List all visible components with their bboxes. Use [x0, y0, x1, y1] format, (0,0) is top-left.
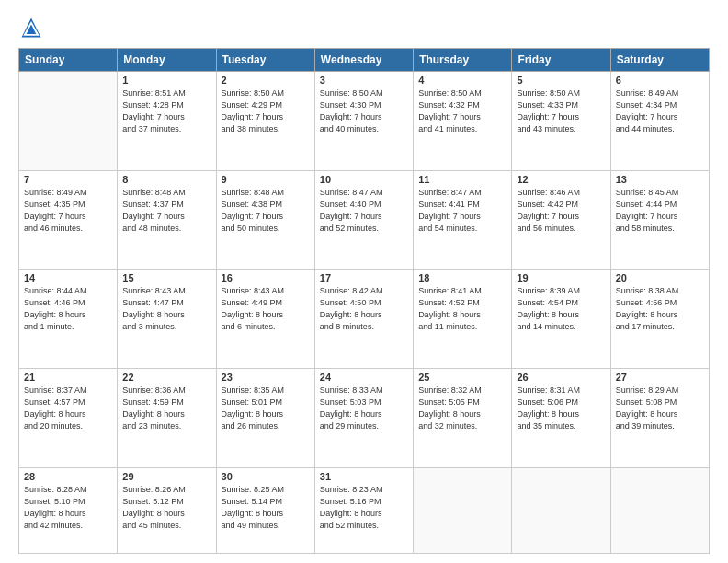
calendar-cell: 27Sunrise: 8:29 AM Sunset: 5:08 PM Dayli…	[610, 368, 709, 467]
page: SundayMondayTuesdayWednesdayThursdayFrid…	[0, 0, 728, 563]
day-info: Sunrise: 8:44 AM Sunset: 4:46 PM Dayligh…	[24, 285, 112, 333]
day-info: Sunrise: 8:32 AM Sunset: 5:05 PM Dayligh…	[418, 385, 506, 432]
day-number: 16	[222, 272, 310, 283]
day-number: 17	[320, 272, 408, 283]
calendar-cell: 11Sunrise: 8:47 AM Sunset: 4:41 PM Dayli…	[414, 170, 512, 270]
day-info: Sunrise: 8:48 AM Sunset: 4:37 PM Dayligh…	[122, 187, 210, 235]
weekday-header: Monday	[118, 49, 216, 72]
calendar-cell: 19Sunrise: 8:39 AM Sunset: 4:54 PM Dayli…	[512, 270, 610, 369]
calendar-table: SundayMondayTuesdayWednesdayThursdayFrid…	[18, 48, 710, 554]
calendar-cell: 8Sunrise: 8:48 AM Sunset: 4:37 PM Daylig…	[118, 170, 216, 270]
day-info: Sunrise: 8:37 AM Sunset: 4:57 PM Dayligh…	[24, 385, 112, 432]
calendar-week: 7Sunrise: 8:49 AM Sunset: 4:35 PM Daylig…	[19, 170, 710, 270]
calendar-cell: 13Sunrise: 8:45 AM Sunset: 4:44 PM Dayli…	[610, 170, 709, 270]
day-info: Sunrise: 8:49 AM Sunset: 4:35 PM Dayligh…	[24, 187, 112, 235]
weekday-header: Wednesday	[314, 49, 413, 72]
calendar-cell: 22Sunrise: 8:36 AM Sunset: 4:59 PM Dayli…	[118, 368, 216, 467]
day-info: Sunrise: 8:36 AM Sunset: 4:59 PM Dayligh…	[122, 385, 210, 432]
calendar-week: 14Sunrise: 8:44 AM Sunset: 4:46 PM Dayli…	[19, 270, 710, 369]
day-info: Sunrise: 8:39 AM Sunset: 4:54 PM Dayligh…	[517, 285, 605, 333]
calendar-cell: 6Sunrise: 8:49 AM Sunset: 4:34 PM Daylig…	[610, 72, 709, 171]
day-number: 30	[222, 471, 310, 482]
calendar-cell: 1Sunrise: 8:51 AM Sunset: 4:28 PM Daylig…	[118, 72, 216, 171]
calendar-cell: 14Sunrise: 8:44 AM Sunset: 4:46 PM Dayli…	[19, 270, 118, 369]
calendar-cell: 9Sunrise: 8:48 AM Sunset: 4:38 PM Daylig…	[216, 170, 314, 270]
day-number: 31	[320, 471, 408, 482]
day-number: 3	[320, 75, 408, 86]
calendar-week: 21Sunrise: 8:37 AM Sunset: 4:57 PM Dayli…	[19, 368, 710, 467]
calendar-cell: 23Sunrise: 8:35 AM Sunset: 5:01 PM Dayli…	[216, 368, 314, 467]
calendar-cell: 18Sunrise: 8:41 AM Sunset: 4:52 PM Dayli…	[414, 270, 512, 369]
calendar-cell: 25Sunrise: 8:32 AM Sunset: 5:05 PM Dayli…	[414, 368, 512, 467]
weekday-header: Thursday	[414, 49, 512, 72]
day-info: Sunrise: 8:29 AM Sunset: 5:08 PM Dayligh…	[616, 385, 704, 432]
day-number: 21	[24, 372, 112, 383]
day-number: 10	[320, 174, 408, 185]
day-info: Sunrise: 8:43 AM Sunset: 4:49 PM Dayligh…	[222, 285, 310, 333]
weekday-header: Sunday	[19, 49, 118, 72]
calendar-cell: 16Sunrise: 8:43 AM Sunset: 4:49 PM Dayli…	[216, 270, 314, 369]
day-info: Sunrise: 8:35 AM Sunset: 5:01 PM Dayligh…	[222, 385, 310, 432]
calendar-cell: 15Sunrise: 8:43 AM Sunset: 4:47 PM Dayli…	[118, 270, 216, 369]
day-number: 13	[616, 174, 704, 185]
day-info: Sunrise: 8:50 AM Sunset: 4:33 PM Dayligh…	[517, 87, 605, 135]
day-info: Sunrise: 8:51 AM Sunset: 4:28 PM Dayligh…	[122, 87, 210, 135]
calendar-cell: 20Sunrise: 8:38 AM Sunset: 4:56 PM Dayli…	[610, 270, 709, 369]
calendar-cell	[19, 72, 118, 171]
day-number: 28	[24, 471, 112, 482]
day-info: Sunrise: 8:28 AM Sunset: 5:10 PM Dayligh…	[24, 484, 112, 532]
day-info: Sunrise: 8:42 AM Sunset: 4:50 PM Dayligh…	[320, 285, 408, 333]
calendar-cell: 29Sunrise: 8:26 AM Sunset: 5:12 PM Dayli…	[118, 467, 216, 553]
logo-icon	[18, 15, 44, 40]
calendar-cell: 2Sunrise: 8:50 AM Sunset: 4:29 PM Daylig…	[216, 72, 314, 171]
day-info: Sunrise: 8:26 AM Sunset: 5:12 PM Dayligh…	[122, 484, 210, 532]
weekday-header: Friday	[512, 49, 610, 72]
day-number: 2	[222, 75, 310, 86]
calendar-cell	[512, 467, 610, 553]
day-number: 8	[122, 174, 210, 185]
calendar-cell: 7Sunrise: 8:49 AM Sunset: 4:35 PM Daylig…	[19, 170, 118, 270]
day-number: 23	[222, 372, 310, 383]
calendar-cell: 12Sunrise: 8:46 AM Sunset: 4:42 PM Dayli…	[512, 170, 610, 270]
day-number: 9	[222, 174, 310, 185]
day-info: Sunrise: 8:46 AM Sunset: 4:42 PM Dayligh…	[517, 187, 605, 235]
weekday-header: Tuesday	[216, 49, 314, 72]
day-number: 24	[320, 372, 408, 383]
day-info: Sunrise: 8:25 AM Sunset: 5:14 PM Dayligh…	[222, 484, 310, 532]
calendar-cell: 26Sunrise: 8:31 AM Sunset: 5:06 PM Dayli…	[512, 368, 610, 467]
day-number: 18	[418, 272, 506, 283]
calendar-cell	[414, 467, 512, 553]
day-number: 15	[122, 272, 210, 283]
calendar-cell: 5Sunrise: 8:50 AM Sunset: 4:33 PM Daylig…	[512, 72, 610, 171]
day-number: 22	[122, 372, 210, 383]
day-info: Sunrise: 8:23 AM Sunset: 5:16 PM Dayligh…	[320, 484, 408, 532]
day-info: Sunrise: 8:47 AM Sunset: 4:40 PM Dayligh…	[320, 187, 408, 235]
day-info: Sunrise: 8:50 AM Sunset: 4:30 PM Dayligh…	[320, 87, 408, 135]
day-info: Sunrise: 8:31 AM Sunset: 5:06 PM Dayligh…	[517, 385, 605, 432]
calendar-cell: 17Sunrise: 8:42 AM Sunset: 4:50 PM Dayli…	[314, 270, 413, 369]
day-number: 4	[418, 75, 506, 86]
day-info: Sunrise: 8:50 AM Sunset: 4:32 PM Dayligh…	[418, 87, 506, 135]
calendar: SundayMondayTuesdayWednesdayThursdayFrid…	[18, 48, 710, 554]
logo	[18, 15, 48, 40]
day-number: 26	[517, 372, 605, 383]
header	[18, 15, 710, 40]
day-info: Sunrise: 8:38 AM Sunset: 4:56 PM Dayligh…	[616, 285, 704, 333]
day-info: Sunrise: 8:50 AM Sunset: 4:29 PM Dayligh…	[222, 87, 310, 135]
day-number: 14	[24, 272, 112, 283]
calendar-week: 28Sunrise: 8:28 AM Sunset: 5:10 PM Dayli…	[19, 467, 710, 553]
day-number: 6	[616, 75, 704, 86]
calendar-week: 1Sunrise: 8:51 AM Sunset: 4:28 PM Daylig…	[19, 72, 710, 171]
calendar-cell: 24Sunrise: 8:33 AM Sunset: 5:03 PM Dayli…	[314, 368, 413, 467]
calendar-cell	[610, 467, 709, 553]
calendar-cell: 28Sunrise: 8:28 AM Sunset: 5:10 PM Dayli…	[19, 467, 118, 553]
day-info: Sunrise: 8:48 AM Sunset: 4:38 PM Dayligh…	[222, 187, 310, 235]
day-number: 7	[24, 174, 112, 185]
day-number: 25	[418, 372, 506, 383]
calendar-cell: 31Sunrise: 8:23 AM Sunset: 5:16 PM Dayli…	[314, 467, 413, 553]
day-number: 5	[517, 75, 605, 86]
day-info: Sunrise: 8:33 AM Sunset: 5:03 PM Dayligh…	[320, 385, 408, 432]
day-number: 29	[122, 471, 210, 482]
day-number: 11	[418, 174, 506, 185]
calendar-cell: 30Sunrise: 8:25 AM Sunset: 5:14 PM Dayli…	[216, 467, 314, 553]
